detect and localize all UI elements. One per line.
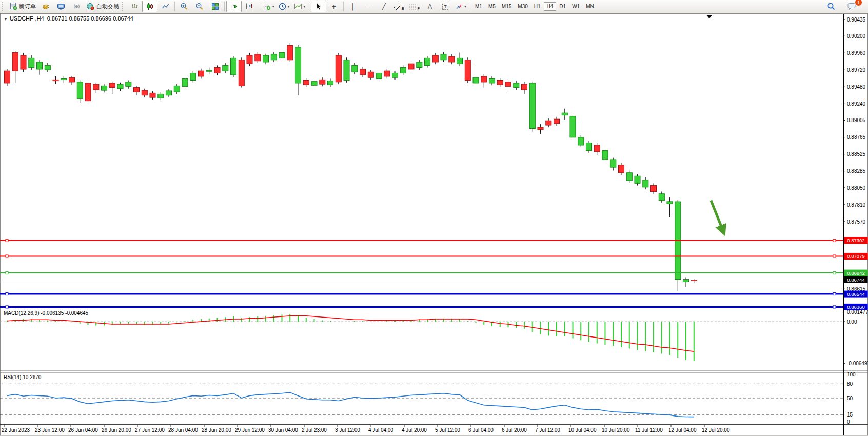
svg-text:15: 15: [847, 412, 853, 418]
macd-panel: 0.0014770.00-0.006497: [0, 309, 868, 366]
tab-timeframe-m15[interactable]: M15: [499, 2, 515, 11]
auto-scroll-icon: [230, 3, 238, 10]
periodicity-button[interactable]: ▾: [277, 1, 292, 12]
svg-text:3 Jul 12:00: 3 Jul 12:00: [335, 427, 360, 433]
rsi-panel: 1008050150: [0, 372, 856, 425]
svg-text:28 Jun 20:00: 28 Jun 20:00: [202, 427, 231, 433]
search-icon: [827, 2, 836, 11]
rsi-indicator-label: RSI(14) 10.2670: [4, 374, 41, 380]
bar-position-marker: [706, 15, 713, 18]
text-tool-button[interactable]: A: [422, 1, 438, 12]
bar-chart-icon: [131, 3, 139, 10]
hline-level-0.87302[interactable]: 0.87302: [0, 237, 868, 244]
svg-text:100: 100: [847, 372, 856, 378]
hline-level-0.86842[interactable]: 0.86842: [0, 270, 868, 276]
svg-text:6 Jul 20:00: 6 Jul 20:00: [502, 427, 527, 433]
new-order-button[interactable]: 新订单: [7, 1, 38, 12]
svg-text:0.86744: 0.86744: [847, 277, 864, 283]
toolbar-drag-handle[interactable]: [2, 2, 6, 11]
tab-timeframe-m5[interactable]: M5: [485, 2, 499, 11]
new-chart-button[interactable]: ▾: [261, 1, 277, 12]
dropdown-caret-icon: ▾: [288, 5, 290, 8]
horizontal-line-icon: ─: [366, 4, 371, 10]
svg-text:0.89960: 0.89960: [847, 50, 866, 56]
svg-text:0.90200: 0.90200: [847, 33, 866, 39]
svg-text:0.88285: 0.88285: [847, 168, 866, 174]
svg-text:10 Jul 04:00: 10 Jul 04:00: [568, 427, 597, 433]
notifications-button[interactable]: 1: [844, 1, 859, 12]
line-chart-type-button[interactable]: [157, 1, 173, 12]
editor-button[interactable]: [53, 1, 69, 12]
macd-values: -0.006135 -0.004645: [41, 310, 88, 316]
svg-text:5 Jul 12:00: 5 Jul 12:00: [435, 427, 460, 433]
horizontal-line-tool-button[interactable]: ─: [361, 1, 376, 12]
hline-level-0.86360[interactable]: 0.86360: [0, 304, 868, 310]
svg-text:11 Jul 12:00: 11 Jul 12:00: [635, 427, 663, 433]
market-watch-button[interactable]: [38, 1, 53, 12]
auto-scroll-button[interactable]: [226, 1, 242, 12]
svg-text:0.87302: 0.87302: [847, 237, 864, 243]
vertical-line-tool-button[interactable]: │: [345, 1, 361, 12]
hline-level-0.87079[interactable]: 0.87079: [0, 253, 868, 260]
equidistant-channel-tool-button[interactable]: E: [391, 1, 407, 12]
clock-icon: [279, 3, 286, 10]
fibonacci-tool-button[interactable]: F: [407, 1, 422, 12]
svg-text:28 Jun 04:00: 28 Jun 04:00: [168, 427, 198, 433]
svg-text:10 Jul 20:00: 10 Jul 20:00: [602, 427, 630, 433]
svg-text:22 Jun 2023: 22 Jun 2023: [2, 427, 30, 433]
tile-windows-button[interactable]: [207, 1, 223, 12]
svg-text:80: 80: [847, 381, 853, 387]
toolbar-separator: [224, 2, 225, 11]
bar-chart-type-button[interactable]: [127, 1, 142, 12]
zoom-out-icon: [195, 3, 204, 11]
market-watch-icon: [42, 3, 50, 10]
tab-timeframe-d1[interactable]: D1: [556, 2, 569, 11]
tab-timeframe-w1[interactable]: W1: [569, 2, 583, 11]
trendline-tool-button[interactable]: ╱: [376, 1, 391, 12]
tab-timeframe-mn[interactable]: MN: [583, 2, 597, 11]
tab-timeframe-m1[interactable]: M1: [472, 2, 485, 11]
text-tool-icon: A: [428, 3, 432, 10]
arrows-icon: [455, 3, 463, 10]
svg-text:7 Jul 12:00: 7 Jul 12:00: [535, 427, 560, 433]
svg-text:0.86544: 0.86544: [847, 291, 864, 297]
svg-text:0.89480: 0.89480: [847, 84, 866, 90]
channel-icon: [394, 3, 401, 10]
crosshair-tool-button[interactable]: +: [326, 1, 342, 12]
cursor-tool-button[interactable]: [311, 1, 326, 12]
arrows-tool-button[interactable]: ▾: [453, 1, 468, 12]
templates-button[interactable]: ▾: [292, 1, 308, 12]
toolbar-drag-handle[interactable]: [122, 2, 125, 11]
template-icon: [294, 3, 302, 10]
svg-text:0.89720: 0.89720: [847, 67, 866, 73]
svg-text:0.87810: 0.87810: [847, 202, 866, 208]
new-order-label: 新订单: [19, 3, 36, 10]
tab-timeframe-h1[interactable]: H1: [531, 2, 544, 11]
tab-timeframe-m30[interactable]: M30: [515, 2, 530, 11]
annotation-arrow[interactable]: [711, 201, 724, 233]
signals-button[interactable]: [69, 1, 84, 12]
rsi-value: 10.2670: [23, 374, 41, 380]
chart-canvas[interactable]: 0.904350.902000.899600.897200.894800.892…: [0, 13, 868, 436]
rsi-line: [7, 392, 694, 417]
auto-trading-button[interactable]: 自动交易: [84, 1, 121, 12]
text-label-icon: T: [442, 4, 448, 10]
rsi-name: RSI(14): [4, 374, 21, 380]
tab-timeframe-h4[interactable]: H4: [544, 2, 557, 11]
dropdown-caret-icon: ▾: [304, 5, 306, 8]
svg-text:2 Jul 23:00: 2 Jul 23:00: [302, 427, 327, 433]
zoom-in-button[interactable]: [176, 1, 192, 12]
zoom-out-button[interactable]: [192, 1, 207, 12]
chart-symbol-timeframe: USDCHF-,H4: [10, 15, 44, 22]
chart-title: ▼USDCHF-,H4 0.86731 0.86755 0.86696 0.86…: [4, 15, 133, 22]
hline-level-0.86544[interactable]: 0.86544: [0, 291, 868, 298]
svg-text:0.87570: 0.87570: [847, 219, 866, 225]
svg-text:27 Jun 12:00: 27 Jun 12:00: [135, 427, 165, 433]
chart-collapse-caret-icon[interactable]: ▼: [4, 17, 8, 22]
main-toolbar: 新订单 自动交易 ▾ ▾: [0, 0, 868, 13]
chart-shift-button[interactable]: [242, 1, 257, 12]
candlestick-chart-type-button[interactable]: [142, 1, 157, 12]
text-label-tool-button[interactable]: T: [438, 1, 453, 12]
svg-text:-0.006497: -0.006497: [847, 361, 868, 366]
search-button[interactable]: [823, 1, 839, 12]
